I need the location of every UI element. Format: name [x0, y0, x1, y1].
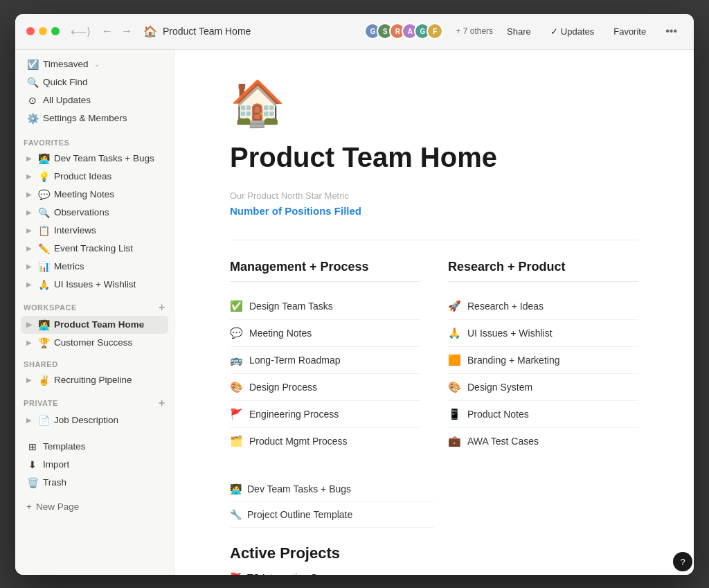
maximize-button[interactable] [51, 27, 60, 35]
list-item[interactable]: 🚩 Engineering Process [230, 401, 420, 428]
new-page-button[interactable]: + New Page [21, 497, 168, 516]
engineering-process-icon: 🚩 [230, 408, 244, 420]
sidebar-item-interviews[interactable]: ▶ 📋 Interviews [21, 222, 168, 240]
design-process-icon: 🎨 [230, 381, 244, 393]
sidebar-item-recruiting-pipeline[interactable]: ▶ ✌️ Recruiting Pipeline [21, 371, 168, 389]
metric-section: Our Product North Star Metric Number of … [230, 190, 638, 217]
titlebar: ⟵⟩ ← → 🏠 Product Team Home G S R A G F +… [15, 14, 694, 50]
sidebar-item-observations[interactable]: ▶ 🔍 Observations [21, 204, 168, 222]
dev-tasks-standalone-icon: 🧑‍💻 [230, 483, 242, 495]
list-item[interactable]: 🙏 UI Issues + Wishlist [448, 320, 638, 347]
product-home-icon: 🧑‍💻 [37, 319, 50, 330]
sidebar: ☑️ Timesaved ⌄ 🔍 Quick Find ⊙ All Update… [15, 50, 174, 575]
favorite-button[interactable]: Favorite [608, 24, 652, 39]
design-system-icon: 🎨 [448, 381, 462, 393]
ui-issues-icon: 🙏 [37, 279, 50, 290]
sidebar-item-event-tracking[interactable]: ▶ ✏️ Event Tracking List [21, 240, 168, 258]
observations-icon: 🔍 [37, 207, 50, 218]
list-item[interactable]: 🎨 Design System [448, 374, 638, 401]
chevron-icon: ▶ [26, 339, 32, 346]
customer-success-icon: 🏆 [37, 337, 50, 348]
sidebar-item-templates[interactable]: ⊞ Templates [21, 438, 168, 456]
sidebar-item-ui-issues[interactable]: ▶ 🙏 UI Issues + Wishlist [21, 276, 168, 294]
sidebar-item-meeting-notes[interactable]: ▶ 💬 Meeting Notes [21, 186, 168, 204]
standalone-section: 🧑‍💻 Dev Team Tasks + Bugs 🔧 Project Outl… [230, 476, 638, 528]
minimize-button[interactable] [39, 27, 47, 35]
workspace-icon: ☑️ [26, 59, 39, 70]
metrics-icon: 📊 [37, 261, 50, 272]
import-icon: ⬇ [26, 459, 39, 470]
updates-button[interactable]: ✓ Updates [545, 24, 600, 39]
research-ideas-icon: 🚀 [448, 300, 462, 312]
sidebar-item-settings[interactable]: ⚙️ Settings & Members [21, 109, 168, 127]
list-item[interactable]: 🗂️ Product Mgmt Process [230, 428, 420, 454]
sidebar-toggle-icon[interactable]: ⟵⟩ [71, 25, 91, 38]
shared-section-header: SHARED [15, 352, 174, 371]
sidebar-utils: ⊞ Templates ⬇ Import 🗑️ Trash [15, 429, 174, 495]
sidebar-item-product-team-home[interactable]: ▶ 🧑‍💻 Product Team Home [21, 316, 168, 334]
private-add-button[interactable]: + [159, 398, 165, 409]
list-item[interactable]: 🧑‍💻 Dev Team Tasks + Bugs [230, 476, 434, 502]
page-header: 🏠 Product Team Home Our Product North St… [230, 78, 638, 217]
two-column-section: Management + Process ✅ Design Team Tasks… [230, 260, 638, 454]
workspace-items: ▶ 🧑‍💻 Product Team Home ▶ 🏆 Customer Suc… [15, 316, 174, 352]
sidebar-item-product-ideas[interactable]: ▶ 💡 Product Ideas [21, 168, 168, 186]
workspace-add-button[interactable]: + [159, 302, 165, 313]
job-description-icon: 📄 [37, 415, 50, 426]
plus-icon: + [26, 501, 32, 512]
back-arrow[interactable]: ← [99, 24, 116, 39]
sidebar-item-job-description[interactable]: ▶ 📄 Job Description [21, 411, 168, 429]
metric-link[interactable]: Number of Positions Filled [230, 205, 361, 217]
chevron-icon: ▶ [26, 226, 32, 234]
sidebar-item-all-updates[interactable]: ⊙ All Updates [21, 91, 168, 109]
sidebar-item-dev-team-tasks[interactable]: ▶ 🧑‍💻 Dev Team Tasks + Bugs [21, 150, 168, 168]
sidebar-item-metrics[interactable]: ▶ 📊 Metrics [21, 258, 168, 276]
recruiting-icon: ✌️ [37, 375, 50, 386]
chevron-icon: ▶ [26, 244, 32, 252]
page-icon-small: 🏠 [143, 25, 157, 38]
col2-title: Research + Product [448, 260, 638, 282]
list-item[interactable]: 📱 Product Notes [448, 401, 638, 428]
chevron-icon: ▶ [26, 208, 32, 216]
list-item[interactable]: 🎨 Design Process [230, 374, 420, 401]
meeting-notes-icon: 💬 [37, 189, 50, 200]
list-item[interactable]: 🚩 TS Integration Server [230, 565, 434, 575]
roadmap-icon: 🚌 [230, 354, 244, 366]
divider-1 [230, 240, 638, 240]
interviews-icon: 📋 [37, 225, 50, 236]
list-item[interactable]: 🚀 Research + Ideas [448, 293, 638, 320]
list-item[interactable]: 💼 AWA Test Cases [448, 428, 638, 454]
management-process-col: Management + Process ✅ Design Team Tasks… [230, 260, 420, 454]
list-item[interactable]: ✅ Design Team Tasks [230, 293, 420, 320]
forward-arrow[interactable]: → [118, 24, 135, 39]
metric-label: Our Product North Star Metric [230, 190, 638, 201]
sidebar-item-import[interactable]: ⬇ Import [21, 456, 168, 474]
research-product-col: Research + Product 🚀 Research + Ideas 🙏 … [448, 260, 638, 454]
help-button[interactable]: ? [673, 552, 692, 571]
page-title-bar: 🏠 Product Team Home [143, 25, 364, 38]
active-projects-section: Active Projects 🚩 TS Integration Server [230, 544, 638, 575]
chevron-icon: ▶ [26, 262, 32, 270]
event-tracking-icon: ✏️ [37, 243, 50, 254]
templates-icon: ⊞ [26, 441, 39, 452]
col1-title: Management + Process [230, 260, 420, 282]
share-button[interactable]: Share [501, 24, 537, 39]
more-button[interactable]: ••• [660, 22, 683, 40]
list-item[interactable]: 🚌 Long-Term Roadmap [230, 347, 420, 374]
chevron-icon: ▶ [26, 376, 32, 384]
sidebar-item-trash[interactable]: 🗑️ Trash [21, 474, 168, 492]
workspace-name[interactable]: ☑️ Timesaved ⌄ [21, 55, 168, 73]
close-button[interactable] [26, 27, 35, 35]
main-layout: ☑️ Timesaved ⌄ 🔍 Quick Find ⊙ All Update… [15, 50, 694, 575]
settings-icon: ⚙️ [26, 113, 39, 124]
new-page-area: + New Page [15, 495, 174, 527]
nav-arrows: ← → [99, 24, 135, 39]
list-item[interactable]: 💬 Meeting Notes [230, 320, 420, 347]
sidebar-item-customer-success[interactable]: ▶ 🏆 Customer Success [21, 334, 168, 352]
titlebar-page-title: Product Team Home [163, 26, 251, 37]
list-item[interactable]: 🔧 Project Outline Template [230, 502, 434, 528]
sidebar-item-quick-find[interactable]: 🔍 Quick Find [21, 73, 168, 91]
chevron-icon: ▶ [26, 321, 32, 328]
list-item[interactable]: 🟧 Branding + Marketing [448, 347, 638, 374]
shared-items: ▶ ✌️ Recruiting Pipeline [15, 371, 174, 389]
